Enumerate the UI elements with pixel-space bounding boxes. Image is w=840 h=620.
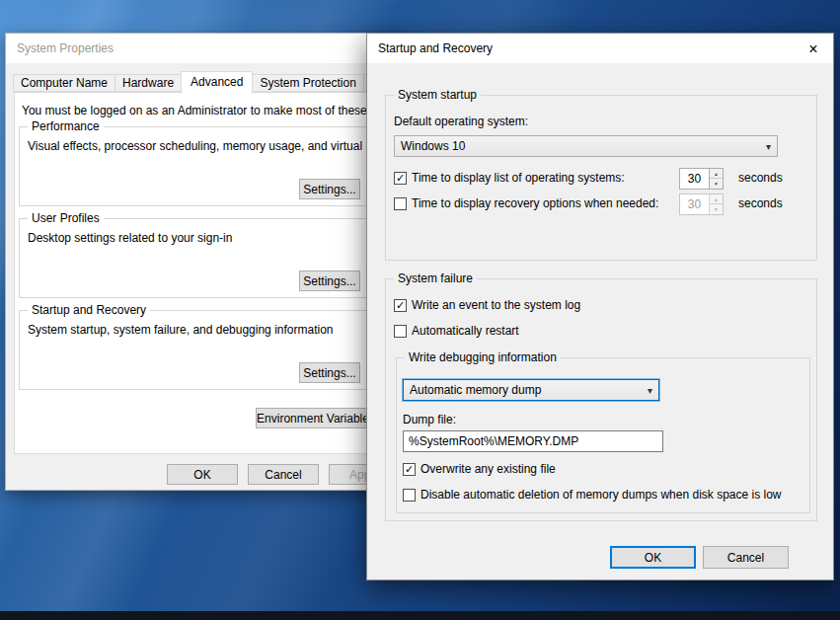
startup-recovery-settings-button[interactable]: Settings...	[299, 362, 360, 383]
system-failure-group: System failure ✓ Write an event to the s…	[385, 278, 817, 521]
tab-hardware[interactable]: Hardware	[115, 74, 182, 92]
display-list-unit: seconds	[738, 172, 783, 185]
chevron-down-icon: ▾	[648, 385, 652, 397]
performance-settings-button[interactable]: Settings...	[299, 179, 360, 199]
performance-group: Performance Visual effects, processor sc…	[19, 126, 398, 206]
display-recovery-value: 30	[680, 198, 709, 211]
write-debug-group-title: Write debugging information	[405, 350, 561, 365]
spinner-up-icon[interactable]: ▲	[710, 169, 723, 179]
ok-button[interactable]: OK	[167, 464, 238, 485]
write-event-checkbox[interactable]: ✓	[394, 299, 407, 312]
tab-system-protection[interactable]: System Protection	[252, 74, 363, 92]
spinner-arrows: ▲ ▼	[709, 169, 723, 189]
display-list-label[interactable]: Time to display list of operating system…	[412, 172, 625, 185]
tab-advanced[interactable]: Advanced	[181, 71, 253, 94]
display-recovery-checkbox[interactable]	[394, 197, 407, 210]
dialog-title: Startup and Recovery	[378, 42, 493, 55]
display-recovery-label[interactable]: Time to display recovery options when ne…	[412, 197, 658, 210]
spinner-down-icon[interactable]: ▼	[710, 179, 723, 189]
user-profiles-group-title: User Profiles	[28, 211, 104, 226]
taskbar[interactable]	[0, 611, 840, 620]
disable-deletion-label[interactable]: Disable automatic deletion of memory dum…	[420, 489, 782, 502]
system-startup-group: System startup Default operating system:…	[385, 95, 817, 261]
dump-type-value: Automatic memory dump	[410, 384, 541, 397]
disable-deletion-checkbox[interactable]	[403, 489, 416, 502]
dump-file-label: Dump file:	[403, 414, 456, 426]
overwrite-label[interactable]: Overwrite any existing file	[420, 463, 556, 476]
system-properties-window: System Properties Computer Name Hardware…	[5, 33, 412, 491]
cancel-button[interactable]: Cancel	[703, 546, 789, 569]
spinner-arrows: ▲ ▼	[709, 194, 723, 214]
user-profiles-settings-button[interactable]: Settings...	[299, 271, 360, 291]
write-debug-group: Write debugging information Automatic me…	[396, 357, 810, 513]
check-icon: ✓	[395, 300, 406, 311]
close-icon[interactable]: ×	[802, 39, 825, 59]
startup-recovery-group: Startup and Recovery System startup, sys…	[19, 310, 398, 390]
ok-button[interactable]: OK	[610, 546, 696, 569]
dump-file-input[interactable]	[403, 430, 663, 452]
display-recovery-spinner: 30 ▲ ▼	[679, 194, 724, 215]
check-icon: ✓	[404, 464, 415, 475]
overwrite-checkbox[interactable]: ✓	[403, 463, 416, 476]
display-list-checkbox[interactable]: ✓	[394, 172, 407, 185]
default-os-value: Windows 10	[401, 140, 465, 153]
tab-strip: Computer Name Hardware Advanced System P…	[13, 71, 412, 94]
window-title: System Properties	[17, 42, 114, 55]
startup-recovery-group-title: Startup and Recovery	[28, 303, 150, 318]
startup-recovery-group-description: System startup, system failure, and debu…	[28, 324, 334, 337]
default-os-select[interactable]: Windows 10 ▾	[394, 135, 778, 157]
admin-note: You must be logged on as an Administrato…	[22, 105, 412, 117]
dump-type-select[interactable]: Automatic memory dump ▾	[403, 379, 659, 401]
write-event-label[interactable]: Write an event to the system log	[412, 299, 580, 312]
performance-group-title: Performance	[28, 119, 104, 134]
system-startup-group-title: System startup	[394, 88, 481, 103]
startup-recovery-dialog: Startup and Recovery × System startup De…	[366, 33, 834, 581]
system-failure-group-title: System failure	[394, 271, 477, 286]
display-list-spinner[interactable]: 30 ▲ ▼	[679, 168, 724, 190]
user-profiles-group-description: Desktop settings related to your sign-in	[28, 232, 232, 245]
display-list-value[interactable]: 30	[680, 173, 709, 186]
chevron-down-icon: ▾	[766, 141, 771, 153]
display-recovery-unit: seconds	[738, 197, 783, 210]
auto-restart-checkbox[interactable]	[394, 325, 407, 338]
auto-restart-label[interactable]: Automatically restart	[412, 325, 519, 338]
tab-computer-name[interactable]: Computer Name	[13, 74, 115, 92]
system-properties-titlebar[interactable]: System Properties	[6, 34, 411, 63]
performance-group-description: Visual effects, processor scheduling, me…	[28, 140, 409, 153]
default-os-label: Default operating system:	[394, 116, 528, 128]
cancel-button[interactable]: Cancel	[248, 464, 319, 485]
user-profiles-group: User Profiles Desktop settings related t…	[19, 218, 398, 298]
check-icon: ✓	[395, 173, 406, 184]
spinner-down-icon: ▼	[710, 204, 723, 214]
advanced-tab-page: You must be logged on as an Administrato…	[14, 92, 405, 454]
spinner-up-icon: ▲	[710, 194, 723, 204]
startup-recovery-titlebar[interactable]: Startup and Recovery	[367, 34, 833, 63]
